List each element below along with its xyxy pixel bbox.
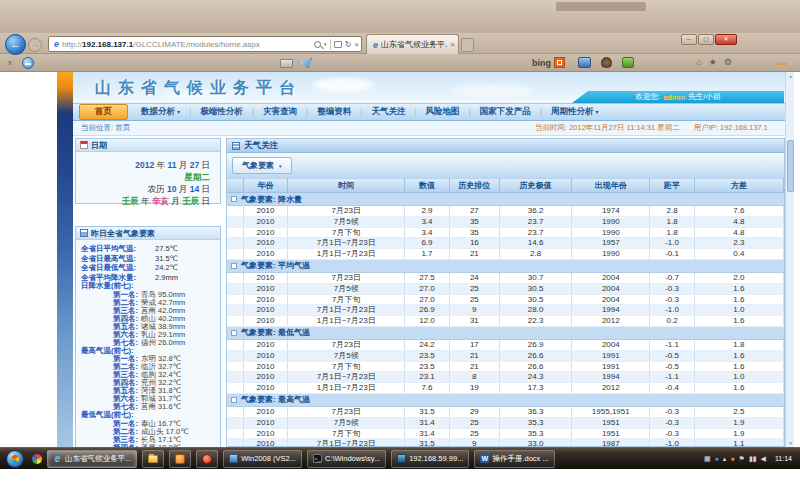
table-row[interactable]: 20107月1日~7月23日23.1824.31994-1.11.0 — [227, 372, 784, 383]
table-row[interactable]: 20107月下旬27.02530.52004-0.31.6 — [227, 295, 784, 306]
menu-item-2[interactable]: 极端性分析 — [191, 106, 252, 118]
table-row[interactable]: 20101月1日~7月23日12.03122.320120.21.6 — [227, 316, 784, 327]
table-cell: 2010 — [244, 429, 289, 439]
maximize-button[interactable]: ▢ — [698, 34, 714, 45]
column-header[interactable]: 数值 — [405, 179, 450, 192]
table-row[interactable]: 20107月下旬3.43523.719901.84.8 — [227, 228, 784, 239]
media-app-button[interactable] — [169, 450, 191, 468]
element-filter-button[interactable]: 气象要素 ▾ — [232, 157, 292, 174]
tray-blue-icon[interactable]: ● — [715, 455, 719, 462]
search-icon[interactable] — [314, 41, 321, 48]
column-header[interactable]: 年份 — [244, 179, 289, 192]
menu-item-1[interactable]: 数据分析▾ — [132, 106, 189, 118]
menu-item-5[interactable]: 天气关注 — [362, 106, 414, 118]
table-row[interactable]: 20107月5候27.02530.52004-0.31.6 — [227, 284, 784, 295]
table-row[interactable]: 20107月下旬23.52126.61991-0.51.6 — [227, 362, 784, 373]
column-header[interactable]: 出现年份 — [572, 179, 650, 192]
table-row[interactable]: 20101月1日~7月23日7.61917.32012-0.41.6 — [227, 383, 784, 394]
table-row[interactable]: 20107月5候3.43523.719901.84.8 — [227, 217, 784, 228]
column-header[interactable]: 时间 — [288, 179, 405, 192]
group-checkbox[interactable] — [231, 397, 237, 403]
scroll-down-icon[interactable]: ▼ — [787, 440, 794, 446]
favorites-star-icon[interactable]: ★ — [709, 57, 717, 67]
search-dropdown-icon[interactable]: ▾ — [324, 41, 327, 47]
menu-item-6[interactable]: 风险地图 — [417, 106, 469, 118]
close-button[interactable]: ✕ — [715, 34, 737, 45]
table-row[interactable]: 20107月下旬31.42535.31951-0.31.9 — [227, 429, 784, 440]
summary-list: 全省日平均气温:27.5℃全省日最高气温:31.5℃全省日最低气温:24.2℃全… — [76, 244, 220, 282]
taskbar-window-3[interactable]: 192.168.59.99... — [391, 450, 469, 468]
scrollbar-thumb[interactable] — [787, 140, 794, 192]
menu-item-8[interactable]: 周期性分析▾ — [542, 106, 608, 118]
taskbar-window-1[interactable]: Win2008 (VS2... — [223, 450, 302, 468]
taskbar-window-4[interactable]: W操作手册.docx ... — [474, 450, 554, 468]
group-checkbox[interactable] — [231, 196, 237, 202]
camera-addon-icon[interactable] — [578, 57, 591, 68]
refresh-icon[interactable]: ↻ — [345, 40, 352, 49]
welcome-ribbon: 欢迎您: admin 先生/小姐 — [572, 91, 784, 103]
tools-gear-icon[interactable]: ⚙ — [724, 57, 732, 67]
tray-network-icon[interactable]: ▮▮ — [749, 455, 757, 463]
column-header-checkbox[interactable] — [227, 179, 244, 192]
tray-flame-icon[interactable]: ● — [730, 455, 734, 462]
table-row[interactable]: 20107月5候31.42535.31951-0.31.9 — [227, 418, 784, 429]
tray-flag-icon[interactable]: ⚑ — [739, 455, 745, 463]
compatibility-view-icon[interactable] — [334, 41, 342, 48]
taskbar-clock[interactable]: 11:14 — [775, 455, 792, 462]
column-header[interactable]: 历史排位 — [450, 179, 500, 192]
taskbar-window-0[interactable]: e山东省气候业务平... — [47, 450, 137, 468]
table-row[interactable]: 20107月23日31.52936.31955,1951-0.32.5 — [227, 407, 784, 418]
menu-item-3[interactable]: 灾害查询 — [254, 106, 306, 118]
menu-item-0[interactable]: 首页 — [79, 104, 128, 120]
table-row[interactable]: 20107月1日~7月23日6.91614.61957-1.02.3 — [227, 238, 784, 249]
paw-addon-icon[interactable] — [601, 57, 612, 68]
table-group-header[interactable]: 气象要素: 平均气温 — [227, 260, 784, 273]
menu-item-4[interactable]: 整编资料 — [308, 106, 360, 118]
taskbar-window-2[interactable]: >_C:\Windows\sy... — [307, 450, 386, 468]
browser-app-button[interactable] — [196, 450, 218, 468]
breadcrumb-value[interactable]: 首页 — [115, 123, 130, 132]
menu-item-7[interactable]: 国家下发产品 — [471, 106, 540, 118]
start-button[interactable] — [6, 450, 24, 468]
tab-close-icon[interactable]: × — [450, 40, 455, 49]
system-tray: ▦ ● ▴ ● ⚑ ▮▮ ◀ 11:14 — [704, 455, 792, 463]
bing-logo[interactable]: bing — [532, 57, 565, 68]
table-row[interactable]: 20107月23日27.52430.72004-0.72.0 — [227, 273, 784, 284]
table-group-header[interactable]: 气象要素: 降水量 — [227, 193, 784, 206]
pinwheel-app-icon[interactable] — [32, 454, 42, 464]
table-group-header[interactable]: 气象要素: 最高气温 — [227, 394, 784, 407]
new-tab-button[interactable] — [461, 38, 474, 52]
more-options-icon[interactable]: ••• — [777, 59, 788, 68]
table-cell: 1987 — [572, 439, 650, 447]
table-row[interactable]: 20107月1日~7月23日26.9928.01994-1.01.0 — [227, 305, 784, 316]
home-icon[interactable]: ⌂ — [696, 57, 701, 67]
tray-show-hidden-icon[interactable]: ▴ — [723, 455, 727, 463]
stop-icon[interactable]: × — [354, 40, 359, 49]
puzzle-addon-icon[interactable] — [622, 57, 634, 68]
group-checkbox[interactable] — [231, 263, 237, 269]
tray-volume-icon[interactable]: ◀ — [761, 455, 766, 463]
address-bar[interactable]: e http://192.168.137.1/GLCCLIMATE/module… — [48, 36, 362, 52]
column-header[interactable]: 距平 — [650, 179, 695, 192]
group-checkbox[interactable] — [231, 330, 237, 336]
tray-grid-icon[interactable]: ▦ — [704, 455, 711, 463]
table-row[interactable]: 20107月5候23.52126.61991-0.51.6 — [227, 351, 784, 362]
back-button[interactable]: ← — [5, 34, 26, 55]
table-group-header[interactable]: 气象要素: 最低气温 — [227, 327, 784, 340]
table-row[interactable]: 20107月23日2.92736.219742.87.6 — [227, 206, 784, 217]
table-row[interactable]: 20101月1日~7月23日1.7212.81990-0.10.4 — [227, 249, 784, 260]
card-icon[interactable] — [280, 59, 293, 68]
column-header[interactable]: 方差 — [695, 179, 784, 192]
column-header[interactable]: 历史极值 — [500, 179, 572, 192]
minimize-button[interactable]: ─ — [681, 34, 697, 45]
browser-tab[interactable]: e 山东省气候业务平... × — [366, 34, 459, 54]
table-row[interactable]: 20107月1日~7月23日31.5933.01987-1.01.1 — [227, 439, 784, 447]
vertical-scrollbar[interactable]: ▲ ▼ — [785, 72, 794, 447]
table-row[interactable]: 20107月23日24.21726.92004-1.11.8 — [227, 340, 784, 351]
scroll-up-icon[interactable]: ▲ — [787, 73, 794, 79]
addon-circle-icon[interactable] — [22, 57, 34, 69]
explorer-button[interactable] — [142, 450, 164, 468]
forward-button[interactable]: → — [28, 38, 42, 52]
send-icon[interactable] — [298, 58, 312, 68]
close-toolbar-icon[interactable]: x — [8, 58, 12, 67]
